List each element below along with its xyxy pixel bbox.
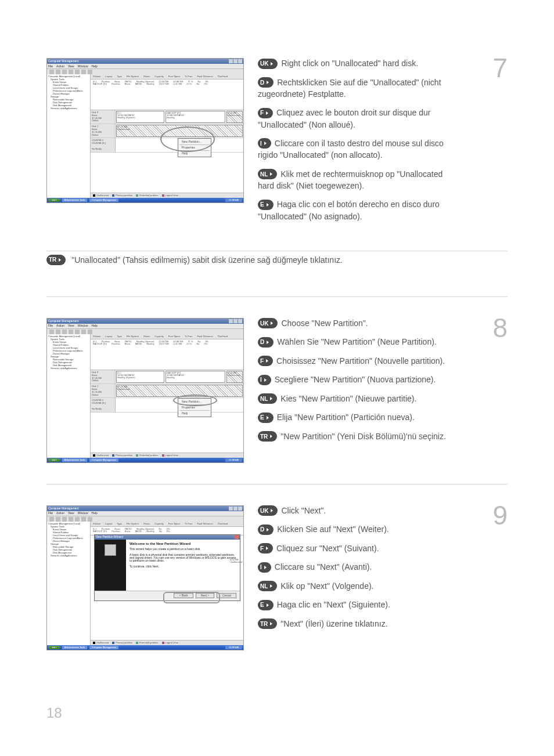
window-computer-management: Computer Management File Action View Win… <box>46 58 244 203</box>
part-c[interactable]: (C:)14.64 GB FAT32Healthy (System) <box>116 111 164 123</box>
lang-pill-tr: TR <box>258 618 277 629</box>
window-computer-management: Computer Management FileActionViewWindow… <box>46 505 244 650</box>
lang-pill-i: I <box>258 138 271 149</box>
cancel-button[interactable]: Cancel <box>217 593 236 598</box>
screenshot-8: Computer Management FileActionViewWindow… <box>46 318 244 463</box>
disk1-label: Disk 1 Basic 37.25 GB Online <box>91 124 116 138</box>
menu-window[interactable]: Window <box>78 65 88 68</box>
ctx-new-partition[interactable]: New Partition... <box>178 400 211 404</box>
ctx-new-partition[interactable]: New Partition... <box>178 140 211 144</box>
text: Cliccare con il tasto destro del mouse s… <box>275 139 444 148</box>
next-button[interactable]: Next > <box>196 593 215 598</box>
step-number: 9 <box>492 502 508 529</box>
page: Computer Management File Action View Win… <box>0 0 554 756</box>
lang-pill-d: D <box>258 77 274 88</box>
disk1-row[interactable]: Disk 1 Basic 37.25 GB Online 37.25 GBUna… <box>91 124 243 138</box>
lang-pill-f: F <box>258 108 273 118</box>
lang-pill-d: D <box>258 525 274 535</box>
text: Haga clic con el botón derecho en disco … <box>277 200 440 209</box>
screenshot-7: Computer Management File Action View Win… <box>46 58 244 203</box>
lang-pill-nl: NL <box>258 169 277 179</box>
tree-panel[interactable]: Computer Management (Local) System Tools… <box>47 74 91 198</box>
menu-file[interactable]: File <box>48 65 53 68</box>
lang-pill-d: D <box>258 337 274 348</box>
lang-pill-f: F <box>258 356 273 366</box>
close-icon[interactable] <box>235 535 239 539</box>
step-8: Computer Management FileActionViewWindow… <box>46 318 508 484</box>
lang-pill-e: E <box>258 413 274 423</box>
part-backup[interactable]: BACKUP (D:)19.08 GB FAT32Healthy <box>166 111 225 123</box>
cdrom-label: CD-ROM 0 CD-ROM (E:) No Media <box>91 138 116 151</box>
window-controls[interactable] <box>229 59 242 63</box>
part-unallocated0[interactable]: 3.54 GBUnallocated <box>226 111 243 123</box>
lang-pill-uk: UK <box>258 505 278 516</box>
column-headers[interactable]: VolumeLayoutTypeFile SystemStatusCapacit… <box>91 74 243 79</box>
lang-pill-uk: UK <box>258 59 278 69</box>
lang-pill-e: E <box>258 200 274 210</box>
volume-list[interactable]: (C:)PartitionBasicFAT32Healthy (System)1… <box>91 79 243 110</box>
disk0-label: Disk 0 Basic 37.26 GB Online <box>91 110 116 124</box>
instructions-8: 8 UKChoose "New Partition". DWählen Sie … <box>258 318 508 450</box>
cdrom-row[interactable]: CD-ROM 0 CD-ROM (E:) No Media <box>91 138 243 152</box>
lang-pill-e: E <box>258 600 274 610</box>
menu-view[interactable]: View <box>68 65 74 68</box>
context-menu[interactable]: New Partition... Properties Help <box>178 398 211 417</box>
step-number: 8 <box>492 314 508 341</box>
taskbar-item[interactable]: Administrative Tools <box>62 198 88 202</box>
window-computer-management: Computer Management FileActionViewWindow… <box>46 318 244 463</box>
taskbar[interactable]: start Administrative Tools Computer Mana… <box>47 198 243 202</box>
wizard-side <box>95 540 126 591</box>
text: Right click on "Unallocated" hard disk. <box>281 59 418 68</box>
page-number: 18 <box>46 705 62 721</box>
disk-graph[interactable]: Disk 0 Basic 37.26 GB Online (C:)14.64 G… <box>91 110 243 193</box>
window-title: Computer Management <box>48 60 79 63</box>
lang-pill-f: F <box>258 543 273 554</box>
lang-pill-nl: NL <box>258 581 277 591</box>
start-button[interactable]: start <box>48 198 60 202</box>
back-button[interactable]: < Back <box>174 593 193 598</box>
text: Klik met de rechtermuisknop op "Unalloca… <box>280 169 443 179</box>
lang-pill-tr: TR <box>46 255 66 265</box>
taskbar-item[interactable]: Computer Management <box>89 198 118 202</box>
main-panel: VolumeLayoutTypeFile SystemStatusCapacit… <box>91 74 243 198</box>
window-body: Computer Management (Local) System Tools… <box>47 74 243 198</box>
step-7: Computer Management File Action View Win… <box>46 58 508 251</box>
menubar[interactable]: File Action View Window Help <box>47 64 243 69</box>
text: Cliquez avec le bouton droit sur disque … <box>276 108 430 117</box>
text: Rechtsklicken Sie auf die "Unallocated" … <box>277 78 441 87</box>
ctx-help[interactable]: Help <box>178 151 211 155</box>
ctx-properties[interactable]: Properties <box>178 146 211 150</box>
table-row[interactable]: BACKUP (D:)PartitionBasicFAT32Healthy19.… <box>92 83 242 85</box>
instructions-7: 7 UKRight click on "Unallocated" hard di… <box>258 58 508 230</box>
lang-pill-nl: NL <box>258 393 277 404</box>
ctx-help[interactable]: Help <box>178 411 211 415</box>
menu-help[interactable]: Help <box>92 65 98 68</box>
part-unallocated1[interactable]: 37.25 GBUnallocated <box>116 125 243 137</box>
titlebar: Computer Management <box>47 59 243 64</box>
lang-pill-tr: TR <box>258 431 277 442</box>
tr-line-7: TR "Unallocated" (Tahsis edilmemiş) sabi… <box>46 255 508 265</box>
new-partition-wizard[interactable]: New Partition Wizard Welcome to the New … <box>94 534 240 601</box>
wizard-titlebar: New Partition Wizard <box>95 535 240 540</box>
disk0-row[interactable]: Disk 0 Basic 37.26 GB Online (C:)14.64 G… <box>91 110 243 124</box>
legend: Unallocated Primary partition Extended p… <box>91 193 243 198</box>
text: "Unallocated" (Tahsis edilmemiş) sabit d… <box>71 255 343 264</box>
lang-pill-i: I <box>258 562 271 573</box>
step-number: 7 <box>492 55 508 81</box>
wizard-buttons: < Back Next > Cancel <box>95 591 240 601</box>
menu-action[interactable]: Action <box>56 65 64 68</box>
context-menu[interactable]: New Partition... Properties Help <box>178 138 211 157</box>
step-9: Computer Management FileActionViewWindow… <box>46 505 508 671</box>
screenshot-9: Computer Management FileActionViewWindow… <box>46 505 244 650</box>
lang-pill-uk: UK <box>258 318 278 328</box>
ctx-properties[interactable]: Properties <box>178 406 211 410</box>
wizard-content: Welcome to the New Partition Wizard This… <box>126 540 240 591</box>
instructions-9: 9 UKClick "Next". DKlicken Sie auf "Next… <box>258 505 508 638</box>
system-tray[interactable]: 12:00 AM <box>225 198 242 202</box>
wizard-icon <box>105 544 116 556</box>
lang-pill-i: I <box>258 375 271 385</box>
